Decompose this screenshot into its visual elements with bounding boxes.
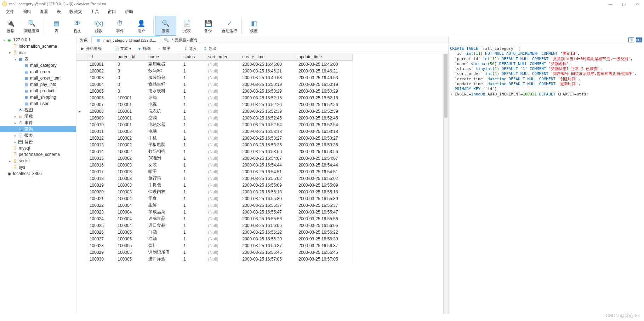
expand-icon[interactable]: ▸ (13, 121, 18, 125)
toolbar-报表[interactable]: 📄报表 (176, 16, 198, 36)
expand-icon[interactable]: ▸ (13, 115, 18, 118)
toolbar-视图[interactable]: 👁视图 (67, 16, 88, 36)
maximize-button[interactable]: ▢ (617, 0, 631, 8)
toolbar-自动运行[interactable]: ✓自动运行 (219, 16, 240, 36)
tree-localhost_3306[interactable]: ◉localhost_3306 (0, 170, 76, 177)
subbar-开始事务[interactable]: ▶开始事务 (79, 45, 103, 52)
row-selector[interactable] (76, 222, 87, 229)
toolbar-查询[interactable]: 🔍查询 (155, 16, 176, 36)
row-selector[interactable] (76, 188, 87, 195)
toolbar-函数[interactable]: f(x)函数 (88, 16, 109, 36)
row-selector[interactable] (76, 81, 87, 88)
table-row[interactable]: 100014100002数码相机1(Null)2000-03-25 16:53:… (76, 148, 353, 155)
table-row[interactable]: 100010100001电热水器1(Null)2000-03-25 16:52:… (76, 121, 353, 128)
table-row[interactable]: 100020100003保暖内衣1(Null)2000-03-25 16:55:… (76, 188, 353, 195)
tree-sys[interactable]: 🗄sys (0, 164, 76, 170)
table-row[interactable]: 100011100002电脑1(Null)2000-03-25 16:53:18… (76, 128, 353, 135)
col-create_time[interactable]: create_time (240, 53, 296, 61)
col-status[interactable]: status (181, 53, 206, 61)
col-update_time[interactable]: update_time (296, 53, 353, 61)
subbar-排序[interactable]: ↕排序 (155, 45, 172, 52)
expand-icon[interactable]: ▾ (13, 57, 18, 61)
table-row[interactable]: 1000030服装箱包1(Null)2000-03-25 16:49:53200… (76, 74, 353, 81)
menu-窗口[interactable]: 窗口 (104, 8, 120, 16)
row-selector[interactable] (76, 115, 87, 121)
row-selector[interactable] (76, 229, 87, 235)
table-row[interactable]: 100018100003旅行箱1(Null)2000-03-25 16:55:0… (76, 175, 353, 182)
ddl-text[interactable]: CREATE TABLE `mall_category` ( `id` int(… (449, 44, 644, 99)
row-selector[interactable] (76, 242, 87, 249)
row-selector[interactable] (76, 121, 87, 128)
menu-表[interactable]: 表 (53, 8, 64, 16)
menu-文件[interactable]: 文件 (2, 8, 18, 16)
tree-information_schema[interactable]: 🗄information_schema (0, 43, 76, 49)
table-row[interactable]: 100023100004半成品菜1(Null)2000-03-25 16:55:… (76, 209, 353, 215)
col-name[interactable]: name (146, 53, 181, 61)
toolbar-用户[interactable]: 👤用户 (131, 16, 152, 36)
row-selector[interactable] (76, 74, 87, 81)
row-selector[interactable] (76, 101, 87, 108)
tree-表[interactable]: ▾▦表 (0, 56, 76, 62)
menu-收藏夹[interactable]: 收藏夹 (66, 8, 86, 16)
table-row[interactable]: 100028100005饮料1(Null)2000-03-25 16:56:37… (76, 242, 353, 249)
row-selector[interactable] (76, 141, 87, 148)
tab-* 无标题 - 查询[interactable]: 🔍* 无标题 - 查询 (160, 36, 201, 44)
table-row[interactable]: 100026100005白酒1(Null)2000-03-25 16:56:22… (76, 229, 353, 235)
table-row[interactable]: 100022100004生鲜1(Null)2000-03-25 16:55:37… (76, 202, 353, 209)
tree-mall_pay_info[interactable]: ▦mall_pay_info (0, 81, 76, 88)
row-selector[interactable] (76, 128, 87, 135)
col-sort_order[interactable]: sort_order (206, 53, 240, 61)
tree-performance_schema[interactable]: 🗄performance_schema (0, 151, 76, 158)
row-selector[interactable] (76, 94, 87, 101)
menu-工具[interactable]: 工具 (87, 8, 103, 16)
row-selector[interactable] (76, 155, 87, 162)
table-row[interactable]: 100019100003手提包1(Null)2000-03-25 16:55:0… (76, 182, 353, 188)
tree-mall_product[interactable]: ▦mall_product (0, 88, 76, 94)
tree-127.0.0.1[interactable]: ▾◉127.0.0.1 (0, 37, 76, 43)
row-selector[interactable] (76, 202, 87, 209)
table-row[interactable]: 100030100005进口洋酒1(Null)2000-03-25 16:57:… (76, 256, 353, 262)
tree-视图[interactable]: 👁视图 (0, 107, 76, 113)
row-selector[interactable] (76, 68, 87, 74)
expand-icon[interactable]: ▸ (13, 140, 18, 144)
tree-mysql[interactable]: 🗄mysql (0, 145, 76, 151)
table-row[interactable]: 100006100001冰箱1(Null)2000-03-25 16:52:15… (76, 94, 353, 101)
row-selector[interactable] (76, 162, 87, 168)
subbar-文本 ▾[interactable]: 📄文本 ▾ (113, 45, 133, 52)
subbar-筛选[interactable]: ▼筛选 (136, 45, 152, 52)
toolbar-事件[interactable]: ⏱事件 (109, 16, 131, 36)
table-row[interactable]: 100017100003帽子1(Null)2000-03-25 16:54:51… (76, 168, 353, 175)
table-row[interactable]: 100027100005红酒1(Null)2000-03-25 16:56:30… (76, 235, 353, 242)
info-icon[interactable]: ⓘ (628, 37, 634, 42)
table-row[interactable]: 1000020数码3C1(Null)2000-03-25 16:46:21200… (76, 68, 353, 74)
subbar-导入[interactable]: ↧导入 (182, 45, 198, 52)
tree-函数[interactable]: ▸fx函数 (0, 113, 76, 119)
tree-报表[interactable]: ▸📄报表 (0, 132, 76, 139)
toolbar-模型[interactable]: ◧模型 (243, 16, 264, 36)
table-row[interactable]: 1000050酒水饮料1(Null)2000-03-25 16:50:29200… (76, 88, 353, 94)
table-row[interactable]: 100007100001电视1(Null)2000-03-25 16:52:26… (76, 101, 353, 108)
tree-mail[interactable]: ▾🗄mail (0, 49, 76, 56)
row-selector[interactable] (76, 215, 87, 222)
tree-mall_user[interactable]: ▦mall_user (0, 100, 76, 107)
row-selector[interactable] (76, 135, 87, 141)
tree-mall_order_item[interactable]: ▦mall_order_item (0, 75, 76, 81)
table-row[interactable]: 100021100004零食1(Null)2000-03-25 16:55:30… (76, 195, 353, 202)
menu-编辑[interactable]: 编辑 (19, 8, 35, 16)
table-row[interactable]: 100025100004进口食品1(Null)2000-03-25 16:56:… (76, 222, 353, 229)
col-id[interactable]: id (87, 53, 115, 61)
connection-tree[interactable]: ▾◉127.0.0.1🗄information_schema▾🗄mail▾▦表▦… (0, 36, 76, 314)
tree-mall_shipping[interactable]: ▦mall_shipping (0, 94, 76, 100)
table-row[interactable]: 100013100002平板电脑1(Null)2000-03-25 16:53:… (76, 141, 353, 148)
table-row[interactable]: ▸100008100001洗衣机1(Null)2000-03-25 16:52:… (76, 108, 353, 115)
row-selector[interactable] (76, 249, 87, 256)
tree-事件[interactable]: ▸⏱事件 (0, 119, 76, 126)
tree-备份[interactable]: ▸💾备份 (0, 139, 76, 145)
menu-帮助[interactable]: 帮助 (121, 8, 137, 16)
row-selector[interactable] (76, 61, 87, 68)
toolbar-备份[interactable]: 💾备份 (198, 16, 219, 36)
row-selector[interactable] (76, 235, 87, 242)
tree-查询[interactable]: 🔍查询 (0, 126, 76, 132)
tree-seckill[interactable]: ▸🗄seckill (0, 158, 76, 164)
expand-icon[interactable]: ▾ (7, 51, 12, 55)
